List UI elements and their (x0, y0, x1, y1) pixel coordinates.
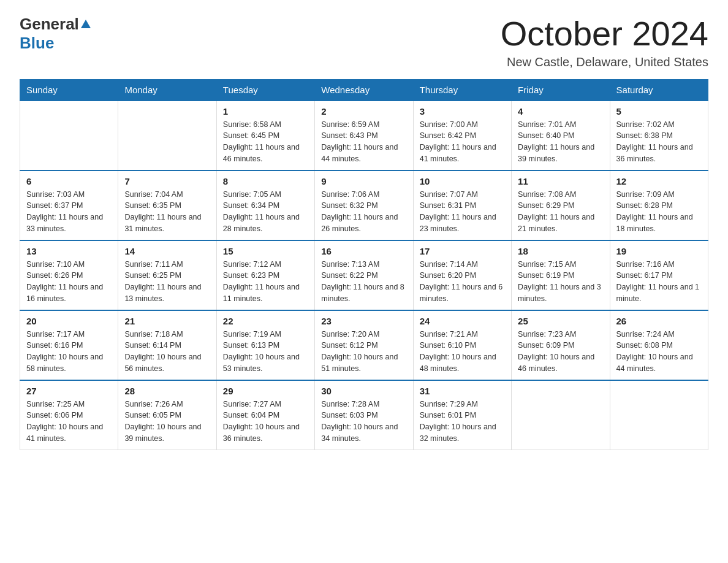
table-row (20, 101, 118, 170)
table-row: 21Sunrise: 7:18 AMSunset: 6:14 PMDayligh… (118, 310, 216, 380)
day-number: 6 (26, 176, 112, 186)
table-row: 17Sunrise: 7:14 AMSunset: 6:20 PMDayligh… (413, 240, 511, 310)
day-info: Sunrise: 7:24 AMSunset: 6:08 PMDaylight:… (616, 329, 702, 375)
calendar-week-row: 27Sunrise: 7:25 AMSunset: 6:06 PMDayligh… (20, 380, 708, 450)
month-title: October 2024 (501, 15, 708, 53)
day-number: 27 (26, 386, 112, 396)
day-info: Sunrise: 7:14 AMSunset: 6:20 PMDaylight:… (420, 259, 505, 305)
day-info: Sunrise: 7:26 AMSunset: 6:05 PMDaylight:… (124, 399, 210, 445)
day-number: 4 (518, 106, 603, 117)
table-row: 7Sunrise: 7:04 AMSunset: 6:35 PMDaylight… (118, 170, 216, 240)
table-row: 6Sunrise: 7:03 AMSunset: 6:37 PMDaylight… (20, 170, 118, 240)
table-row: 28Sunrise: 7:26 AMSunset: 6:05 PMDayligh… (118, 380, 216, 450)
day-info: Sunrise: 7:11 AMSunset: 6:25 PMDaylight:… (124, 259, 210, 305)
day-number: 11 (518, 176, 603, 186)
day-info: Sunrise: 7:00 AMSunset: 6:42 PMDaylight:… (420, 119, 505, 165)
day-number: 12 (616, 176, 702, 186)
day-info: Sunrise: 7:20 AMSunset: 6:12 PMDaylight:… (321, 329, 406, 375)
day-info: Sunrise: 7:13 AMSunset: 6:22 PMDaylight:… (321, 259, 406, 305)
day-number: 23 (321, 316, 406, 326)
header-wednesday: Wednesday (315, 79, 413, 101)
day-number: 9 (321, 176, 406, 186)
day-info: Sunrise: 7:12 AMSunset: 6:23 PMDaylight:… (223, 259, 308, 305)
day-number: 24 (420, 316, 505, 326)
day-number: 8 (223, 176, 308, 186)
table-row: 18Sunrise: 7:15 AMSunset: 6:19 PMDayligh… (512, 240, 610, 310)
table-row: 29Sunrise: 7:27 AMSunset: 6:04 PMDayligh… (216, 380, 314, 450)
table-row: 10Sunrise: 7:07 AMSunset: 6:31 PMDayligh… (413, 170, 511, 240)
logo-general-text: General (20, 15, 79, 34)
table-row (118, 101, 216, 170)
day-info: Sunrise: 7:08 AMSunset: 6:29 PMDaylight:… (518, 189, 603, 235)
title-area: October 2024 New Castle, Delaware, Unite… (501, 15, 708, 69)
header-friday: Friday (512, 79, 610, 101)
table-row: 26Sunrise: 7:24 AMSunset: 6:08 PMDayligh… (610, 310, 708, 380)
location-subtitle: New Castle, Delaware, United States (501, 55, 708, 69)
day-info: Sunrise: 7:16 AMSunset: 6:17 PMDaylight:… (616, 259, 702, 305)
day-number: 7 (124, 176, 210, 186)
table-row: 12Sunrise: 7:09 AMSunset: 6:28 PMDayligh… (610, 170, 708, 240)
header-tuesday: Tuesday (216, 79, 314, 101)
page-header: General Blue October 2024 New Castle, De… (20, 15, 708, 69)
table-row: 1Sunrise: 6:58 AMSunset: 6:45 PMDaylight… (216, 101, 314, 170)
day-info: Sunrise: 7:29 AMSunset: 6:01 PMDaylight:… (420, 399, 505, 445)
day-info: Sunrise: 7:18 AMSunset: 6:14 PMDaylight:… (124, 329, 210, 375)
table-row: 31Sunrise: 7:29 AMSunset: 6:01 PMDayligh… (413, 380, 511, 450)
calendar-week-row: 13Sunrise: 7:10 AMSunset: 6:26 PMDayligh… (20, 240, 708, 310)
day-number: 1 (223, 106, 308, 117)
day-info: Sunrise: 7:04 AMSunset: 6:35 PMDaylight:… (124, 189, 210, 235)
day-info: Sunrise: 7:07 AMSunset: 6:31 PMDaylight:… (420, 189, 505, 235)
table-row: 22Sunrise: 7:19 AMSunset: 6:13 PMDayligh… (216, 310, 314, 380)
day-number: 14 (124, 246, 210, 256)
day-info: Sunrise: 7:05 AMSunset: 6:34 PMDaylight:… (223, 189, 308, 235)
day-number: 28 (124, 386, 210, 396)
day-number: 25 (518, 316, 603, 326)
day-number: 22 (223, 316, 308, 326)
day-number: 2 (321, 106, 406, 117)
logo-blue-text: Blue (20, 34, 54, 52)
table-row: 23Sunrise: 7:20 AMSunset: 6:12 PMDayligh… (315, 310, 413, 380)
table-row: 30Sunrise: 7:28 AMSunset: 6:03 PMDayligh… (315, 380, 413, 450)
day-number: 17 (420, 246, 505, 256)
day-info: Sunrise: 7:28 AMSunset: 6:03 PMDaylight:… (321, 399, 406, 445)
day-number: 30 (321, 386, 406, 396)
table-row: 14Sunrise: 7:11 AMSunset: 6:25 PMDayligh… (118, 240, 216, 310)
day-number: 3 (420, 106, 505, 117)
day-info: Sunrise: 7:09 AMSunset: 6:28 PMDaylight:… (616, 189, 702, 235)
day-info: Sunrise: 7:21 AMSunset: 6:10 PMDaylight:… (420, 329, 505, 375)
day-number: 10 (420, 176, 505, 186)
day-number: 5 (616, 106, 702, 117)
day-info: Sunrise: 7:19 AMSunset: 6:13 PMDaylight:… (223, 329, 308, 375)
table-row: 2Sunrise: 6:59 AMSunset: 6:43 PMDaylight… (315, 101, 413, 170)
table-row: 5Sunrise: 7:02 AMSunset: 6:38 PMDaylight… (610, 101, 708, 170)
calendar-week-row: 6Sunrise: 7:03 AMSunset: 6:37 PMDaylight… (20, 170, 708, 240)
day-info: Sunrise: 7:06 AMSunset: 6:32 PMDaylight:… (321, 189, 406, 235)
header-thursday: Thursday (413, 79, 511, 101)
day-info: Sunrise: 7:01 AMSunset: 6:40 PMDaylight:… (518, 119, 603, 165)
svg-marker-0 (81, 20, 91, 28)
table-row: 16Sunrise: 7:13 AMSunset: 6:22 PMDayligh… (315, 240, 413, 310)
table-row: 3Sunrise: 7:00 AMSunset: 6:42 PMDaylight… (413, 101, 511, 170)
table-row (512, 380, 610, 450)
day-number: 29 (223, 386, 308, 396)
calendar-week-row: 1Sunrise: 6:58 AMSunset: 6:45 PMDaylight… (20, 101, 708, 170)
day-number: 21 (124, 316, 210, 326)
table-row: 9Sunrise: 7:06 AMSunset: 6:32 PMDaylight… (315, 170, 413, 240)
day-info: Sunrise: 7:17 AMSunset: 6:16 PMDaylight:… (26, 329, 112, 375)
day-info: Sunrise: 7:25 AMSunset: 6:06 PMDaylight:… (26, 399, 112, 445)
day-info: Sunrise: 7:02 AMSunset: 6:38 PMDaylight:… (616, 119, 702, 165)
logo-triangle-icon (80, 18, 91, 32)
day-number: 15 (223, 246, 308, 256)
day-info: Sunrise: 7:23 AMSunset: 6:09 PMDaylight:… (518, 329, 603, 375)
day-number: 26 (616, 316, 702, 326)
day-number: 18 (518, 246, 603, 256)
table-row: 24Sunrise: 7:21 AMSunset: 6:10 PMDayligh… (413, 310, 511, 380)
calendar-header-row: Sunday Monday Tuesday Wednesday Thursday… (20, 79, 708, 101)
day-info: Sunrise: 7:10 AMSunset: 6:26 PMDaylight:… (26, 259, 112, 305)
header-sunday: Sunday (20, 79, 118, 101)
day-number: 20 (26, 316, 112, 326)
day-info: Sunrise: 6:58 AMSunset: 6:45 PMDaylight:… (223, 119, 308, 165)
table-row: 8Sunrise: 7:05 AMSunset: 6:34 PMDaylight… (216, 170, 314, 240)
day-info: Sunrise: 7:03 AMSunset: 6:37 PMDaylight:… (26, 189, 112, 235)
day-info: Sunrise: 6:59 AMSunset: 6:43 PMDaylight:… (321, 119, 406, 165)
